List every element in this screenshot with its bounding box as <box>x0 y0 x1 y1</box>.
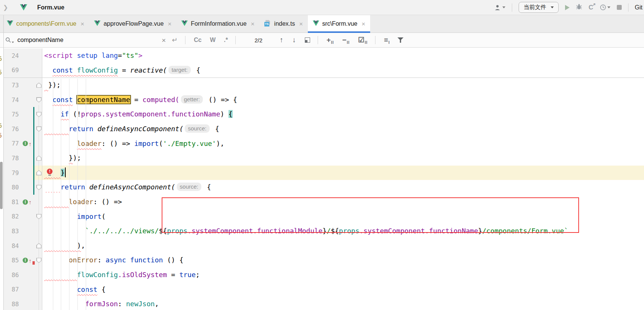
code-text[interactable]: if (!props.systemComponent.functionName)… <box>42 107 644 122</box>
fold-toggle-icon[interactable] <box>36 126 42 132</box>
code-line-82[interactable]: 82 import( <box>4 209 644 224</box>
line-number[interactable]: 24 <box>4 52 19 59</box>
gutter[interactable]: 24 <box>4 48 42 63</box>
line-number[interactable]: 69 <box>4 67 19 74</box>
code-line-83[interactable]: 83 `./../../../views/${props.systemCompo… <box>4 224 644 239</box>
line-number[interactable]: 87 <box>4 286 19 293</box>
code-text[interactable]: loader: () => <box>42 195 644 209</box>
close-tab-icon[interactable]: × <box>168 21 171 27</box>
line-number[interactable]: 75 <box>4 111 19 118</box>
code-editor[interactable]: 24<script setup lang="ts">69 const flowC… <box>4 48 644 310</box>
add-occurrence-icon[interactable]: +II <box>326 36 334 45</box>
tab-components-form-vue[interactable]: components\Form.vue× <box>2 15 89 33</box>
code-line-69[interactable]: 69 const flowConfig = reactive(target: { <box>4 63 644 78</box>
line-number[interactable]: 81 <box>4 198 19 206</box>
code-line-77[interactable]: 77I↑ loader: () => import('./Empty.vue')… <box>4 136 644 151</box>
left-scrollbar-thumb[interactable] <box>0 162 3 209</box>
clear-search-icon[interactable]: × <box>162 37 166 44</box>
gutter[interactable]: 69 <box>4 63 42 78</box>
tab-index-ts[interactable]: TSindex.ts× <box>259 15 308 33</box>
code-text[interactable]: onError: async function () { <box>42 253 644 268</box>
search-icon[interactable] <box>5 37 14 43</box>
gutter[interactable]: 83 <box>4 224 42 239</box>
override-gutter-icon[interactable]: I↑ <box>23 257 32 263</box>
line-number[interactable]: 74 <box>4 96 19 104</box>
gutter[interactable]: 78 <box>4 151 42 166</box>
line-number[interactable]: 83 <box>4 228 19 235</box>
code-text[interactable]: const componentName = computed(getter: (… <box>42 93 644 107</box>
fold-toggle-icon[interactable] <box>36 112 42 117</box>
code-text[interactable]: return defineAsyncComponent(source: { <box>42 180 644 195</box>
code-line-85[interactable]: 85I↑ onError: async function () { <box>4 253 644 268</box>
line-number[interactable]: 80 <box>4 184 19 191</box>
vcs-change-marker[interactable] <box>33 136 34 151</box>
gutter[interactable]: 88 <box>4 297 42 310</box>
fold-toggle-icon[interactable] <box>36 214 42 219</box>
code-line-79[interactable]: 79! } <box>4 166 644 180</box>
select-all-occurrences-icon[interactable]: ☑II <box>358 36 368 45</box>
gutter[interactable]: 81I↑ <box>4 195 42 209</box>
remove-occurrence-icon[interactable]: −II <box>342 36 350 45</box>
line-number[interactable]: 73 <box>4 82 19 89</box>
vcs-change-marker[interactable] <box>33 180 34 195</box>
code-line-74[interactable]: 74 const componentName = computed(getter… <box>4 93 644 107</box>
line-number[interactable]: 77 <box>4 140 19 147</box>
run-configuration-selector[interactable]: 当前文件 <box>519 2 559 13</box>
code-text[interactable]: const { <box>42 282 644 297</box>
fold-toggle-icon[interactable] <box>36 243 42 248</box>
previous-match-icon[interactable]: ↑ <box>280 36 283 44</box>
fold-toggle-icon[interactable] <box>36 97 42 102</box>
user-icon[interactable] <box>494 5 505 11</box>
fold-toggle-icon[interactable] <box>36 170 42 175</box>
code-text[interactable]: loader: () => import('./Empty.vue'), <box>42 136 644 151</box>
code-line-84[interactable]: 84 ), <box>4 239 644 253</box>
fold-toggle-icon[interactable] <box>36 185 42 190</box>
newline-icon[interactable]: ↵ <box>172 36 178 44</box>
debug-icon[interactable] <box>576 3 582 11</box>
code-text[interactable]: flowConfig.isOldSystem = true; <box>42 268 644 282</box>
code-line-88[interactable]: 88 formJson: newJson, <box>4 297 644 310</box>
gutter[interactable]: 84 <box>4 239 42 253</box>
tab-src-form-vue[interactable]: src\Form.vue× <box>308 15 370 33</box>
vcs-change-marker[interactable] <box>33 151 34 166</box>
code-line-75[interactable]: 75 if (!props.systemComponent.functionNa… <box>4 107 644 122</box>
search-filter-icon[interactable] <box>397 37 403 43</box>
line-number[interactable]: 84 <box>4 242 19 250</box>
gutter[interactable]: 74 <box>4 93 42 107</box>
line-number[interactable]: 82 <box>4 213 19 220</box>
code-line-80[interactable]: 80 return defineAsyncComponent(source: { <box>4 180 644 195</box>
tab-approveflowpage-vue[interactable]: approveFlowPage.vue× <box>89 15 176 33</box>
gutter[interactable]: 73 <box>4 78 42 93</box>
code-text[interactable]: return defineAsyncComponent(source: { <box>42 122 644 136</box>
gutter[interactable]: 79 <box>4 166 42 180</box>
code-text[interactable]: import( <box>42 209 644 224</box>
code-line-87[interactable]: 87 const { <box>4 282 644 297</box>
line-number[interactable]: 86 <box>4 271 19 279</box>
gutter[interactable]: 75 <box>4 107 42 122</box>
fold-toggle-icon[interactable] <box>36 82 42 88</box>
fold-toggle-icon[interactable] <box>36 258 42 263</box>
code-line-78[interactable]: 78 }); <box>4 151 644 166</box>
line-number[interactable]: 88 <box>4 301 19 308</box>
gutter[interactable]: 86 <box>4 268 42 282</box>
code-text[interactable]: }); <box>42 151 644 166</box>
override-gutter-icon[interactable]: I↑ <box>23 199 32 205</box>
gutter[interactable]: 82 <box>4 209 42 224</box>
line-number[interactable]: 76 <box>4 126 19 133</box>
code-text[interactable]: `./../../../views/${props.systemComponen… <box>42 224 644 239</box>
vcs-change-marker[interactable] <box>33 166 34 180</box>
gutter[interactable]: 80 <box>4 180 42 195</box>
breadcrumb-chevron-icon[interactable]: ❯ <box>3 4 8 11</box>
close-tab-icon[interactable]: × <box>251 21 255 27</box>
stop-icon[interactable] <box>617 5 622 10</box>
code-line-81[interactable]: 81I↑ loader: () => <box>4 195 644 209</box>
match-case-toggle[interactable]: Cc <box>194 37 201 43</box>
words-toggle[interactable]: W <box>210 37 216 43</box>
gutter[interactable]: 77I↑ <box>4 136 42 151</box>
line-number[interactable]: 85 <box>4 257 19 264</box>
line-number[interactable]: 78 <box>4 155 19 162</box>
gutter[interactable]: 85I↑ <box>4 253 42 268</box>
fold-toggle-icon[interactable] <box>36 155 42 161</box>
profiler-icon[interactable] <box>600 4 610 11</box>
code-text[interactable]: <script setup lang="ts"> <box>42 48 644 63</box>
